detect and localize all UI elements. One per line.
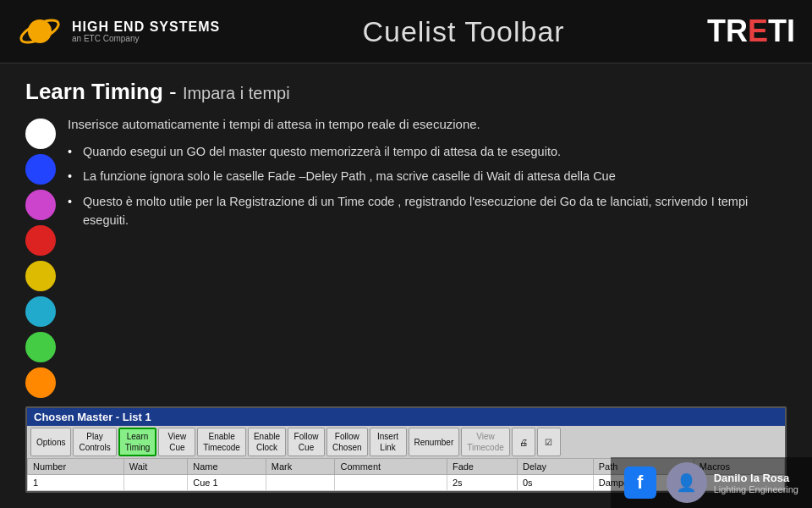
circle-blue xyxy=(25,154,56,185)
treti-logo: TRETI xyxy=(707,14,795,49)
cell-name: Cue 1 xyxy=(188,475,266,491)
col-wait: Wait xyxy=(123,459,188,475)
intro-text: Inserisce automaticamente i tempi di att… xyxy=(68,115,787,135)
circle-orange xyxy=(25,367,56,398)
circle-green xyxy=(25,332,56,362)
view-timecode-button[interactable]: ViewTimecode xyxy=(461,428,510,456)
check-button[interactable]: ☑ xyxy=(537,428,561,456)
circle-cyan xyxy=(25,296,56,327)
circles-content: Inserisce automaticamente i tempi di att… xyxy=(25,115,787,398)
col-number: Number xyxy=(28,459,124,475)
col-mark: Mark xyxy=(266,459,335,475)
enable-timecode-button[interactable]: EnableTimecode xyxy=(197,428,246,456)
circle-yellow xyxy=(25,261,56,291)
options-button[interactable]: Options xyxy=(30,428,71,456)
col-name: Name xyxy=(188,459,266,475)
presenter-role: Lighting Engineering xyxy=(714,484,798,494)
hes-logo-icon xyxy=(17,8,63,55)
brand-sub: an ETC Company xyxy=(72,34,220,43)
cell-mark xyxy=(266,475,335,491)
brand-logo: HIGH END SYSTEMS an ETC Company xyxy=(17,8,220,55)
circle-white xyxy=(25,119,56,149)
bullet-list: Quando esegui un GO del master questo me… xyxy=(68,143,787,230)
section-title: Learn Timing - Impara i tempi xyxy=(25,79,787,105)
header: HIGH END SYSTEMS an ETC Company Cuelist … xyxy=(0,0,812,64)
title-main: Learn Timing xyxy=(25,79,163,104)
bullet-item-3: Questo è molto utile per la Registrazion… xyxy=(68,193,787,230)
follow-cue-button[interactable]: FollowCue xyxy=(288,428,325,456)
treti-text: TRETI xyxy=(707,14,795,49)
follow-chosen-button[interactable]: FollowChosen xyxy=(326,428,367,456)
presenter-text: Danilo la Rosa Lighting Engineering xyxy=(714,472,798,494)
cell-wait xyxy=(123,475,188,491)
bullet-item-2: La funzione ignora solo le caselle Fade … xyxy=(68,168,787,186)
color-circles xyxy=(25,115,56,398)
circle-magenta xyxy=(25,190,56,220)
cell-number: 1 xyxy=(28,475,124,491)
toolbar-title: Chosen Master - List 1 xyxy=(27,408,785,426)
brand-text: HIGH END SYSTEMS an ETC Company xyxy=(72,19,220,44)
col-comment: Comment xyxy=(335,459,447,475)
col-delay: Delay xyxy=(518,459,594,475)
view-cue-button[interactable]: ViewCue xyxy=(158,428,195,456)
learn-timing-button[interactable]: LearnTiming xyxy=(118,428,157,456)
title-sub: Impara i tempi xyxy=(183,84,290,102)
bottom-bar: f 👤 Danilo la Rosa Lighting Engineering xyxy=(611,457,812,508)
presenter-info: 👤 Danilo la Rosa Lighting Engineering xyxy=(667,462,798,503)
facebook-icon[interactable]: f xyxy=(624,467,656,499)
title-dash: - xyxy=(169,79,183,104)
main-content: Learn Timing - Impara i tempi Inserisce … xyxy=(0,64,812,501)
insert-link-button[interactable]: InsertLink xyxy=(370,428,407,456)
circle-red xyxy=(25,225,56,256)
print-button[interactable]: 🖨 xyxy=(512,428,535,456)
presenter-avatar: 👤 xyxy=(667,462,707,503)
col-fade: Fade xyxy=(447,459,517,475)
renumber-button[interactable]: Renumber xyxy=(409,428,460,456)
play-controls-button[interactable]: PlayControls xyxy=(73,428,116,456)
bullet-item-1: Quando esegui un GO del master questo me… xyxy=(68,143,787,162)
toolbar-buttons[interactable]: Options PlayControls LearnTiming ViewCue… xyxy=(27,426,785,458)
enable-clock-button[interactable]: EnableClock xyxy=(248,428,286,456)
cell-comment xyxy=(335,475,447,491)
text-column: Inserisce automaticamente i tempi di att… xyxy=(68,115,787,398)
presenter-name: Danilo la Rosa xyxy=(714,472,798,484)
cell-delay: 0s xyxy=(518,475,594,491)
page-title: Cuelist Toolbar xyxy=(362,15,564,48)
brand-name: HIGH END SYSTEMS xyxy=(72,19,220,35)
cell-fade: 2s xyxy=(447,475,517,491)
